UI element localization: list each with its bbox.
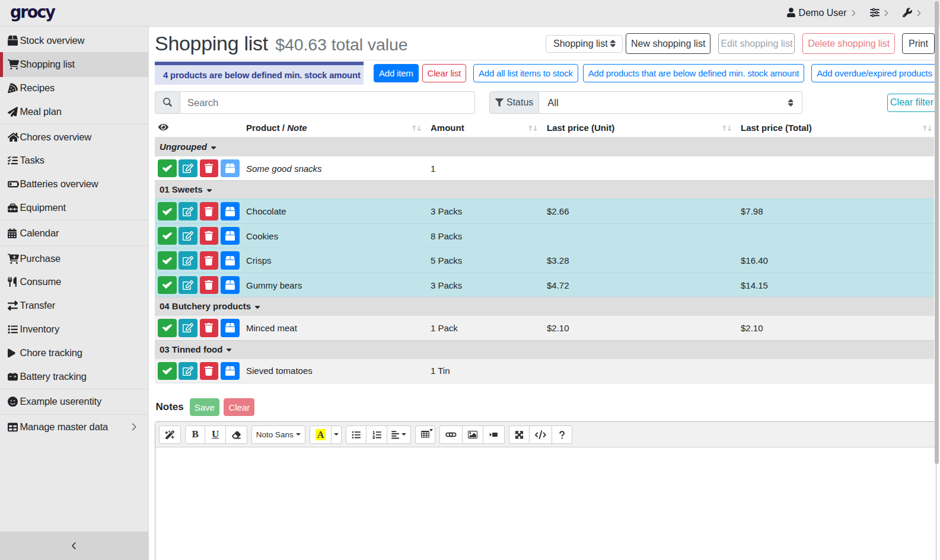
unordered-list-button[interactable] [346, 425, 367, 444]
insert-picture-button[interactable] [463, 425, 483, 444]
edit-item-button[interactable] [179, 227, 197, 245]
column-header-visibility[interactable] [155, 118, 239, 138]
add-below-min-stock-button[interactable]: Add products that are below defined min.… [583, 64, 804, 82]
sidebar-item-calendar[interactable]: Calendar [0, 221, 148, 245]
status-filter-select[interactable]: All [539, 91, 802, 114]
sidebar-collapse-button[interactable] [0, 532, 148, 560]
column-header-amount[interactable]: Amount↑↓ [423, 118, 540, 138]
notes-clear-button[interactable]: Clear [224, 398, 254, 416]
grocy-logo[interactable]: grocy [10, 2, 55, 22]
table-group-row[interactable]: 04 Butchery products [155, 297, 934, 316]
delete-item-button[interactable] [200, 362, 219, 380]
ordered-list-button[interactable] [367, 425, 387, 444]
notes-editing-area[interactable] [155, 447, 936, 560]
sidebar-item-batteries-overview[interactable]: Batteries overview [0, 172, 148, 196]
product-card-button[interactable] [221, 251, 240, 270]
column-header-product[interactable]: Product / Note↑↓ [239, 118, 423, 138]
paragraph-align-dropdown[interactable] [387, 425, 411, 444]
product-card-button[interactable] [221, 362, 240, 380]
column-header-last-price-total[interactable]: Last price (Total)↑↓ [734, 118, 934, 138]
admin-menu[interactable] [903, 8, 921, 18]
edit-item-button[interactable] [179, 202, 197, 220]
bold-button[interactable]: B [185, 425, 206, 444]
delete-item-button[interactable] [200, 319, 219, 337]
product-card-button[interactable] [221, 159, 240, 178]
notes-save-button[interactable]: Save [190, 398, 219, 416]
mark-done-button[interactable] [158, 362, 177, 380]
sidebar-item-chores-overview[interactable]: Chores overview [0, 125, 148, 149]
page-scrollbar[interactable] [935, 1, 939, 464]
add-item-button[interactable]: Add item [374, 64, 419, 82]
delete-item-button[interactable] [200, 251, 219, 270]
fullscreen-button[interactable] [509, 425, 530, 444]
product-card-button[interactable] [221, 276, 240, 295]
sidebar-item-transfer[interactable]: Transfer [0, 294, 148, 318]
new-shopping-list-button[interactable]: New shopping list [626, 33, 710, 54]
mark-done-button[interactable] [158, 251, 177, 270]
sidebar-item-label: Purchase [20, 253, 61, 264]
sidebar-item-chore-tracking[interactable]: Chore tracking [0, 341, 148, 364]
edit-item-button[interactable] [179, 319, 197, 337]
print-button[interactable]: Print [902, 33, 935, 54]
delete-item-button[interactable] [200, 159, 219, 178]
sidebar-item-consume[interactable]: Consume [0, 270, 148, 294]
edit-item-button[interactable] [179, 276, 197, 295]
insert-link-button[interactable] [439, 425, 463, 444]
sidebar-item-manage-master-data[interactable]: Manage master data [0, 415, 148, 439]
code-view-button[interactable] [530, 425, 552, 444]
sidebar-item-purchase[interactable]: Purchase [0, 247, 148, 270]
sidebar-item-tasks[interactable]: Tasks [0, 149, 148, 172]
sidebar-item-meal-plan[interactable]: Meal plan [0, 100, 148, 123]
delete-item-button[interactable] [200, 202, 219, 220]
status-filter-label: Status [506, 97, 533, 108]
clear-list-button[interactable]: Clear list [422, 64, 466, 82]
mark-done-button[interactable] [158, 227, 177, 245]
product-card-button[interactable] [221, 227, 240, 245]
settings-menu[interactable] [870, 8, 888, 18]
trash-icon [205, 323, 213, 332]
chevron-right-icon [916, 9, 921, 17]
clear-formatting-button[interactable] [226, 425, 247, 444]
sidebar-item-battery-tracking[interactable]: Battery tracking [0, 364, 148, 388]
code-icon [535, 430, 546, 439]
table-group-row[interactable]: 01 Sweets [155, 181, 934, 199]
delete-item-button[interactable] [200, 276, 219, 295]
edit-shopping-list-button[interactable]: Edit shopping list [718, 33, 795, 54]
style-magic-button[interactable] [159, 425, 181, 444]
clear-filter-button[interactable]: Clear filter [887, 94, 936, 112]
sidebar-item-equipment[interactable]: Equipment [0, 196, 148, 220]
delete-item-button[interactable] [200, 227, 219, 245]
sidebar-item-stock-overview[interactable]: Stock overview [0, 29, 148, 53]
delete-shopping-list-button[interactable]: Delete shopping list [802, 33, 895, 54]
font-family-dropdown[interactable]: Noto Sans [251, 425, 305, 444]
sidebar-item-example-userentity[interactable]: Example userentity [0, 390, 148, 414]
edit-item-button[interactable] [179, 251, 197, 270]
caret-down-icon [429, 429, 433, 431]
edit-item-button[interactable] [179, 159, 197, 178]
mark-done-button[interactable] [158, 202, 177, 220]
add-all-to-stock-button[interactable]: Add all list items to stock [473, 64, 578, 82]
edit-item-button[interactable] [179, 362, 197, 380]
underline-button[interactable]: U [205, 425, 226, 444]
table-group-row[interactable]: Ungrouped [155, 137, 934, 156]
sidebar-item-recipes[interactable]: Recipes [0, 76, 148, 100]
last-price-total-cell [734, 359, 934, 383]
product-card-button[interactable] [221, 202, 240, 220]
sidebar-item-inventory[interactable]: Inventory [0, 318, 148, 341]
product-card-button[interactable] [221, 319, 240, 337]
text-color-button[interactable]: A [310, 425, 332, 444]
insert-video-button[interactable] [483, 425, 505, 444]
help-button[interactable] [552, 425, 573, 444]
user-menu[interactable]: Demo User [787, 8, 855, 18]
mark-done-button[interactable] [158, 319, 177, 337]
sidebar-item-shopping-list[interactable]: Shopping list [0, 52, 148, 77]
text-color-dropdown[interactable] [332, 425, 342, 444]
add-overdue-button[interactable]: Add overdue/expired products [811, 64, 938, 82]
shopping-list-select[interactable]: Shopping list [546, 35, 623, 53]
mark-done-button[interactable] [158, 276, 177, 295]
column-header-last-price-unit[interactable]: Last price (Unit)↑↓ [540, 118, 734, 138]
search-input[interactable] [180, 91, 475, 114]
insert-table-dropdown[interactable] [415, 425, 436, 444]
mark-done-button[interactable] [158, 159, 177, 178]
table-group-row[interactable]: 03 Tinned food [155, 340, 934, 359]
